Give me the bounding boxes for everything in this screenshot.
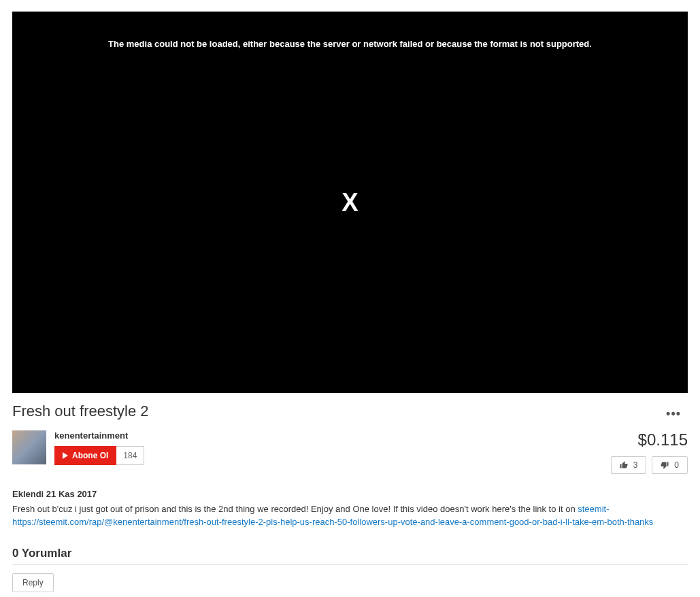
- upload-date: Eklendi 21 Kas 2017: [12, 488, 688, 501]
- channel-name-link[interactable]: kenentertainment: [54, 430, 144, 441]
- thumbs-up-icon: [620, 461, 628, 469]
- downvote-button[interactable]: 0: [652, 456, 688, 474]
- more-options-button[interactable]: •••: [659, 403, 688, 425]
- upvote-button[interactable]: 3: [611, 456, 647, 474]
- description-text: Fresh out b'cuz i just got out of prison…: [12, 504, 578, 514]
- upvote-count: 3: [633, 460, 638, 470]
- channel-avatar[interactable]: [12, 430, 46, 464]
- video-error-message: The media could not be loaded, either be…: [12, 39, 688, 49]
- reply-button[interactable]: Reply: [12, 573, 54, 592]
- downvote-count: 0: [674, 460, 679, 470]
- reward-value: $0.115: [638, 430, 688, 449]
- subscribe-button[interactable]: Abone Ol: [54, 446, 116, 465]
- video-description: Eklendi 21 Kas 2017 Fresh out b'cuz i ju…: [12, 488, 688, 529]
- video-error-icon: X: [341, 188, 358, 217]
- thumbs-down-icon: [661, 461, 669, 469]
- video-title: Fresh out freestyle 2: [12, 403, 149, 420]
- video-player[interactable]: The media could not be loaded, either be…: [12, 12, 688, 393]
- play-icon: [63, 452, 68, 459]
- subscribe-label: Abone Ol: [72, 451, 108, 460]
- subscriber-count: 184: [116, 446, 144, 465]
- comments-header: 0 Yorumlar: [12, 547, 688, 565]
